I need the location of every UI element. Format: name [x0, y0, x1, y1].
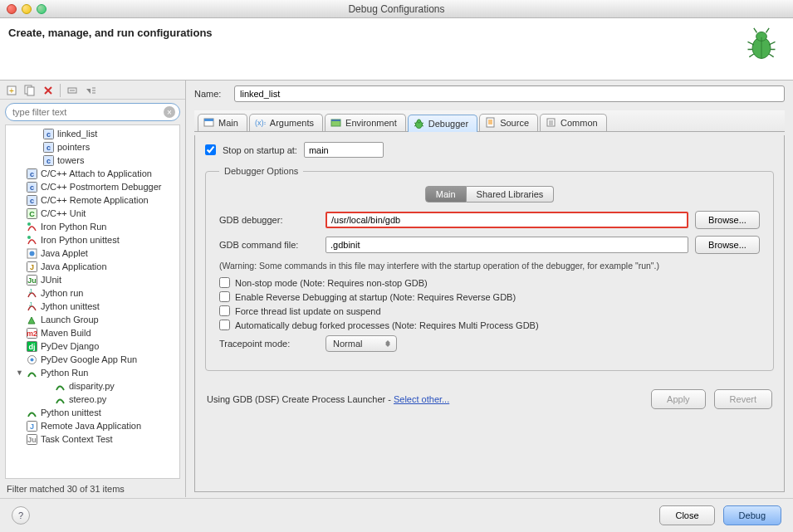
tree-item-label: linked_list	[57, 129, 97, 139]
tree-item[interactable]: JuJUnit	[6, 273, 179, 286]
select-other-launcher-link[interactable]: Select other...	[394, 394, 449, 404]
debug-button[interactable]: Debug	[723, 505, 781, 525]
tree-item[interactable]: Launch Group	[6, 313, 179, 326]
tree-item-label: pointers	[57, 142, 90, 152]
auto-debug-forked-checkbox[interactable]	[219, 320, 230, 330]
subtab-main[interactable]: Main	[425, 186, 467, 203]
tree-item[interactable]: clinked_list	[6, 127, 179, 140]
reverse-debug-checkbox[interactable]	[219, 291, 230, 302]
tab-arguments[interactable]: (x)=Arguments	[249, 114, 323, 131]
gdb-command-file-label: GDB command file:	[219, 240, 319, 250]
debugger-tab-panel: Stop on startup at: Debugger Options Mai…	[194, 135, 785, 492]
config-name-input[interactable]	[234, 85, 785, 102]
tree-item[interactable]: cC/C++ Postmortem Debugger	[6, 180, 179, 193]
svg-text:J: J	[29, 288, 32, 294]
tree-item-label: PyDev Django	[41, 341, 99, 351]
tree-item[interactable]: JRemote Java Application	[6, 419, 179, 432]
help-button[interactable]: ?	[12, 506, 30, 525]
dialog-body: + × clinked_listcpointersctowerscC/C++ A…	[0, 81, 793, 497]
tree-item[interactable]: Iron Python Run	[6, 220, 179, 233]
svg-rect-43	[204, 119, 213, 121]
tab-main[interactable]: Main	[198, 114, 247, 131]
tree-item[interactable]: Python unittest	[6, 406, 179, 419]
filter-status: Filter matched 30 of 31 items	[0, 482, 185, 497]
tree-item[interactable]: Java Applet	[6, 246, 179, 260]
tree-item-label: Jython run	[41, 288, 83, 298]
arguments-tab-icon: (x)=	[255, 117, 267, 129]
tree-item-label: Python unittest	[41, 408, 101, 417]
tree-item[interactable]: stereo.py	[6, 393, 179, 406]
revert-button[interactable]: Revert	[714, 389, 772, 409]
collapse-all-icon[interactable]	[66, 84, 79, 97]
gdb-debugger-browse-button[interactable]: Browse...	[695, 211, 760, 229]
filter-input[interactable]	[5, 103, 180, 121]
force-thread-list-label: Force thread list update on suspend	[235, 306, 381, 316]
window-title: Debug Configurations	[0, 3, 793, 15]
tree-item[interactable]: djPyDev Django	[6, 339, 179, 353]
tree-item[interactable]: cC/C++ Remote Application	[6, 193, 179, 207]
sidebar: + × clinked_listcpointersctowerscC/C++ A…	[0, 81, 186, 497]
tree-item-label: Java Application	[41, 261, 107, 271]
tree-item[interactable]: Iron Python unittest	[6, 233, 179, 246]
clear-filter-icon[interactable]: ×	[164, 106, 175, 118]
tree-item-label: C/C++ Postmortem Debugger	[41, 182, 162, 192]
tree-item[interactable]: ▼Python Run	[6, 366, 179, 379]
filter-wrap: ×	[0, 100, 185, 124]
gdb-command-file-input[interactable]	[326, 237, 688, 253]
tab-source[interactable]: Source	[479, 114, 538, 131]
apply-button[interactable]: Apply	[651, 389, 706, 409]
force-thread-list-checkbox[interactable]	[219, 305, 230, 316]
duplicate-config-icon[interactable]	[23, 84, 37, 97]
svg-text:c: c	[46, 157, 50, 165]
c-cfg-icon: c	[26, 168, 37, 179]
rjava-icon: J	[26, 420, 37, 432]
py-icon	[54, 393, 66, 405]
tab-common[interactable]: Common	[540, 114, 607, 131]
auto-debug-forked-option: Automatically debug forked processes (No…	[219, 320, 760, 330]
tree-item[interactable]: PyDev Google App Run	[6, 353, 179, 366]
filter-menu-icon[interactable]	[84, 84, 97, 97]
svg-text:c: c	[29, 197, 33, 205]
stop-on-startup-checkbox[interactable]	[205, 144, 216, 155]
gdb-debugger-input[interactable]	[326, 212, 688, 228]
tree-item[interactable]: disparity.py	[6, 379, 179, 393]
stop-on-startup-input[interactable]	[304, 142, 384, 158]
common-tab-icon	[546, 117, 557, 129]
subtab-shared-libraries[interactable]: Shared Libraries	[467, 186, 555, 203]
debugger-options-fieldset: Debugger Options Main Shared Libraries G…	[205, 166, 774, 371]
tree-item[interactable]: JJava Application	[6, 260, 179, 273]
svg-rect-46	[331, 120, 340, 121]
tree-item-label: towers	[57, 155, 84, 165]
non-stop-mode-checkbox[interactable]	[219, 277, 230, 288]
disclosure-triangle-icon[interactable]: ▼	[16, 368, 22, 377]
svg-point-23	[27, 236, 31, 239]
m2-icon: m2	[26, 327, 37, 339]
debugger-options-legend: Debugger Options	[219, 166, 303, 176]
tab-environment[interactable]: Environment	[325, 114, 406, 131]
svg-text:Ju: Ju	[27, 436, 37, 444]
tree-item[interactable]: cC/C++ Attach to Application	[6, 167, 179, 180]
tree-item[interactable]: JJython run	[6, 286, 179, 300]
debug-bug-icon	[743, 27, 780, 65]
c-cfg-icon: c	[26, 194, 37, 206]
force-thread-list-option: Force thread list update on suspend	[219, 305, 760, 316]
close-button[interactable]: Close	[659, 505, 714, 525]
tab-bar: Main(x)=ArgumentsEnvironmentDebuggerSour…	[194, 110, 785, 132]
tree-item[interactable]: ctowers	[6, 154, 179, 167]
tree-item[interactable]: CC/C++ Unit	[6, 207, 179, 220]
tab-label: Arguments	[270, 118, 314, 128]
tree-item[interactable]: cpointers	[6, 140, 179, 154]
tree-item[interactable]: m2Maven Build	[6, 326, 179, 339]
tab-debugger[interactable]: Debugger	[408, 115, 477, 132]
delete-config-icon[interactable]	[42, 84, 55, 97]
launcher-row: Using GDB (DSF) Create Process Launcher …	[205, 386, 774, 412]
gdb-command-file-browse-button[interactable]: Browse...	[695, 236, 760, 254]
new-config-icon[interactable]: +	[5, 84, 18, 97]
tree-item[interactable]: JuTask Context Test	[6, 432, 179, 446]
tree-item-label: Maven Build	[41, 328, 91, 338]
tracepoint-value: Normal	[333, 339, 362, 349]
config-tree[interactable]: clinked_listcpointersctowerscC/C++ Attac…	[5, 124, 180, 479]
svg-text:J: J	[29, 422, 33, 431]
tree-item[interactable]: JJython unittest	[6, 300, 179, 313]
tracepoint-select[interactable]: Normal	[326, 335, 397, 352]
